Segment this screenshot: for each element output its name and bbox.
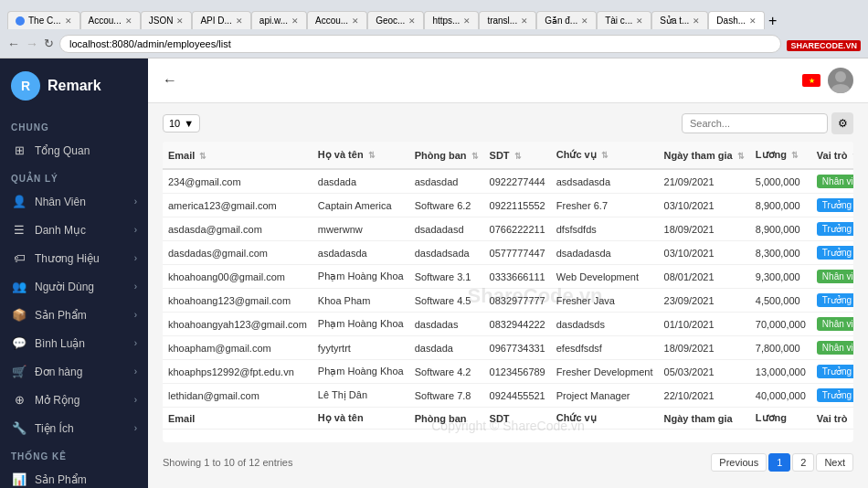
pagination-info: Showing 1 to 10 of 12 entries [163,457,292,468]
footer-date: Ngày tham gia [659,408,750,430]
tab-7[interactable]: https...✕ [424,11,479,29]
tab-12[interactable]: Dash...✕ [708,11,765,29]
sidebar-item-tongquan[interactable]: ⊞ Tổng Quan [0,136,148,164]
cell-salary: 8,300,000 [750,241,811,265]
footer-dept: Phòng ban [409,408,484,430]
cell-role: Project Manager [551,384,659,408]
chevron-right-icon: › [134,395,137,405]
cell-date: 03/10/2021 [659,241,750,265]
cell-dept: dasdadsada [409,241,484,265]
next-page-button[interactable]: Next [816,453,853,472]
sort-icon: ⇅ [852,152,853,161]
sidebar-item-label: Danh Mục [35,224,134,237]
per-page-select[interactable]: 10 ▼ [163,114,200,133]
tab-3[interactable]: API D...✕ [192,11,250,29]
cell-date: 22/10/2021 [659,384,750,408]
footer-phone: SDT [484,408,551,430]
tab-2[interactable]: JSON✕ [141,11,193,29]
cell-salary: 40,000,000 [750,384,811,408]
logo-icon: R [11,71,40,101]
logo-text: Remark [48,78,101,94]
sidebar-item-donhang[interactable]: 🛒 Đơn hàng › [0,357,148,386]
table-footer-row: Email Họ và tên Phòng ban SDT Chức vụ Ng… [163,408,853,430]
tool-icon: 🔧 [11,421,27,435]
home-icon: ⊞ [11,143,27,157]
col-email[interactable]: Email ⇅ [163,142,312,169]
col-date[interactable]: Ngày tham gia ⇅ [659,142,750,169]
forward-button[interactable]: → [26,37,38,51]
sidebar-item-binhluan[interactable]: 💬 Bình Luận › [0,329,148,357]
sidebar-item-sanpham[interactable]: 📦 Sản Phẩm › [0,301,148,329]
tab-1[interactable]: Accou...✕ [80,11,141,29]
cell-role: dsadadasda [551,241,659,265]
prev-page-button[interactable]: Previous [711,453,767,472]
sort-icon: ⇅ [737,152,745,161]
table-row: khoapham@gmail.com fyytyrtrt dasdada 096… [163,336,853,360]
back-button[interactable]: ← [7,37,20,51]
reload-button[interactable]: ↻ [44,37,54,50]
page-2-button[interactable]: 2 [792,453,814,472]
cell-badge: Trưởng phòng [811,194,853,217]
search-input[interactable] [682,113,828,133]
column-settings-icon[interactable]: ⚙ [831,112,853,134]
address-input[interactable] [59,35,781,53]
cell-name: Captain America [312,194,409,217]
sidebar-item-danhmuc[interactable]: ☰ Danh Mục › [0,216,148,244]
cell-date: 05/03/2021 [659,360,750,384]
col-role[interactable]: Chức vụ ⇅ [551,142,659,169]
sort-icon: ⇅ [368,151,376,160]
tab-11[interactable]: Sửa t...✕ [651,11,708,29]
col-name[interactable]: Họ và tên ⇅ [312,142,409,169]
sidebar-item-label: Đơn hàng [35,366,134,378]
tab-5[interactable]: Accou...✕ [307,11,367,29]
cell-badge: Trưởng phòng [811,289,853,313]
cell-name: Phạm Hoàng Khoa [312,265,409,289]
person-icon: 👤 [11,195,27,208]
cell-email: 234@gmail.com [163,169,312,194]
search-box: ⚙ [682,112,853,134]
table-row: khoahoangyah123@gmail.com Phạm Hoàng Kho… [163,313,853,336]
chevron-right-icon: › [134,310,137,320]
tab-0[interactable]: The C...✕ [7,11,80,29]
cell-dept: Software 4.5 [409,289,484,313]
tab-8[interactable]: transl...✕ [479,11,536,29]
table-row: lethidan@gmail.com Lê Thị Dân Software 7… [163,384,853,408]
toolbar: 10 ▼ ⚙ [163,112,853,134]
cell-dept: Software 3.1 [409,265,484,289]
cell-salary: 8,900,000 [750,217,811,241]
table-row: asdasda@gmail.com mwerwnw dsadadasd 0766… [163,217,853,241]
col-phone[interactable]: SDT ⇅ [484,142,551,169]
cell-salary: 70,000,000 [750,313,811,336]
cell-salary: 8,900,000 [750,194,811,217]
flag-icon [802,74,820,87]
cell-dept: dasdadas [409,313,484,336]
cell-date: 23/09/2021 [659,289,750,313]
sidebar-item-thongke-sanpham[interactable]: 📊 Sản Phẩm [0,465,148,488]
cell-date: 18/09/2021 [659,217,750,241]
address-bar: ← → ↻ SHARECODE.VN [0,29,868,58]
box-icon: 📦 [11,308,27,322]
cell-role: asdsadasda [551,169,659,194]
sort-icon: ⇅ [791,151,799,160]
tab-4[interactable]: api.w...✕ [251,11,307,29]
sidebar-item-label: Mở Rộng [35,394,134,407]
cell-salary: 5,000,000 [750,169,811,194]
col-dept[interactable]: Phòng ban ⇅ [409,142,484,169]
cell-dept: Software 6.2 [409,194,484,217]
footer-email: Email [163,408,312,430]
sidebar-item-morong[interactable]: ⊕ Mở Rộng › [0,386,148,414]
tab-9[interactable]: Gắn đ...✕ [536,11,597,29]
sidebar-item-nguoidung[interactable]: 👥 Người Dùng › [0,272,148,301]
col-salary[interactable]: Lương ⇅ [750,142,811,169]
back-button[interactable]: ← [163,72,177,89]
section-thongke-title: THỐNG KÊ [0,442,148,465]
sidebar-item-nhanvien[interactable]: 👤 Nhân Viên › [0,187,148,216]
tab-10[interactable]: Tài c...✕ [597,11,651,29]
col-badge[interactable]: Vai trò ⇅ [811,142,853,169]
page-1-button[interactable]: 1 [768,453,790,472]
sidebar-item-thuonghieu[interactable]: 🏷 Thương Hiệu › [0,244,148,272]
sidebar-item-tienich[interactable]: 🔧 Tiện Ích › [0,414,148,442]
new-tab-button[interactable]: + [768,13,777,29]
cell-name: asdadasda [312,241,409,265]
tab-6[interactable]: Geoc...✕ [367,11,424,29]
